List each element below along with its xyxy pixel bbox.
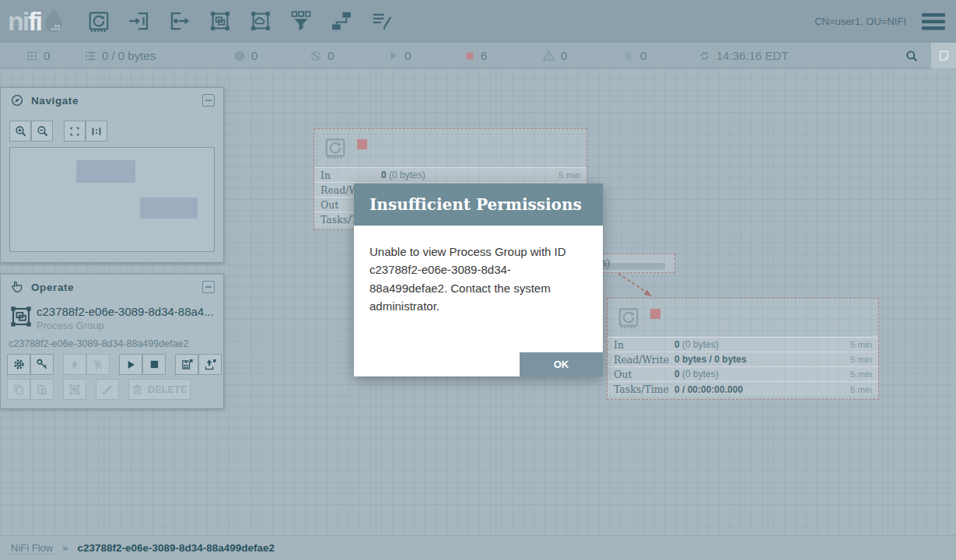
copy-icon [12, 383, 25, 396]
stopped-indicator [650, 309, 660, 319]
upload-template-button[interactable] [198, 354, 222, 375]
threads-icon [26, 50, 38, 62]
process-group-icon [9, 304, 33, 329]
hand-icon [10, 280, 24, 294]
running-icon [387, 50, 399, 61]
dialog-title: Insufficient Permissions [369, 195, 582, 214]
template-icon[interactable] [330, 9, 353, 33]
dialog-message: Unable to view Process Group with ID c23… [354, 226, 603, 315]
flow-status-bar: 0 0 / 0 bytes 0 0 0 6 0 0 14:36:16 EDT [0, 43, 956, 68]
upload-template-icon [204, 358, 217, 371]
gear-icon [12, 358, 26, 371]
trash-icon [131, 383, 143, 395]
navigate-palette: Navigate [0, 87, 224, 263]
operate-collapse-button[interactable] [202, 281, 215, 293]
stat-row-tasks: Tasks/Time 0 / 00:00:00.000 5 min [608, 382, 878, 397]
global-menu-icon[interactable] [922, 13, 945, 30]
operate-buttons-row-2: DELETE [7, 379, 191, 400]
stat-row-readwrite: Read/Write 0 bytes / 0 bytes 5 min [608, 352, 878, 367]
operate-header: Operate [1, 275, 223, 299]
processor-icon[interactable] [87, 9, 110, 33]
ok-button[interactable]: OK [520, 352, 603, 376]
zoom-actual-button[interactable] [86, 121, 107, 142]
processor-header [608, 299, 878, 337]
funnel-icon[interactable] [289, 9, 313, 33]
active-threads-stat: 0 [26, 43, 50, 68]
disabled-icon [622, 50, 635, 62]
zoom-in-button[interactable] [9, 121, 31, 142]
stat-row-in: In 0 (0 bytes) 5 min [608, 338, 878, 352]
change-color-button[interactable] [96, 379, 119, 400]
stat-row-in: In 0 (0 bytes) 5 min [314, 168, 587, 183]
breadcrumb-root-link[interactable]: NiFi Flow [11, 542, 53, 555]
transmitting-icon [233, 50, 246, 62]
input-port-icon[interactable] [128, 9, 151, 33]
access-policies-button[interactable] [30, 354, 54, 375]
unauthorized-processor-2[interactable]: In 0 (0 bytes) 5 min Read/Write 0 bytes … [607, 298, 879, 400]
save-template-icon [180, 358, 194, 371]
copy-button[interactable] [7, 379, 30, 400]
component-toolbar [87, 9, 394, 33]
refresh-icon[interactable] [699, 50, 711, 62]
remote-process-group-icon[interactable] [249, 9, 272, 33]
operate-palette: Operate c23788f2-e06e-3089-8d34-88a4... … [0, 274, 224, 409]
insufficient-permissions-dialog: Insufficient Permissions Unable to view … [354, 184, 603, 376]
refresh-stat: 14:36:16 EDT [699, 43, 789, 68]
disable-button[interactable] [86, 354, 110, 375]
stopped-indicator [357, 139, 367, 149]
configure-button[interactable] [7, 354, 30, 375]
invalid-icon [542, 49, 555, 62]
delete-button[interactable]: DELETE [128, 379, 191, 400]
brush-icon [101, 383, 114, 396]
invalid-stat: 0 [542, 43, 567, 68]
one-to-one-icon [90, 125, 103, 138]
minimap-component-2 [140, 198, 198, 219]
selected-component-name: c23788f2-e06e-3089-8d34-88a4... [37, 305, 217, 318]
zoom-in-icon [14, 124, 27, 138]
bolt-slash-icon [92, 359, 104, 371]
label-icon[interactable] [370, 9, 394, 33]
paste-button[interactable] [30, 379, 54, 400]
stop-icon [149, 359, 160, 370]
birdseye-minimap[interactable] [9, 147, 215, 252]
breadcrumb-separator: » [62, 542, 68, 554]
navigate-controls [9, 121, 107, 142]
bulletin-panel-toggle[interactable] [931, 43, 956, 68]
group-icon [68, 383, 81, 396]
bolt-icon [68, 359, 81, 371]
nifi-drop-icon [43, 8, 65, 34]
start-button[interactable] [119, 354, 142, 375]
not-transmitting-stat: 0 [310, 43, 334, 68]
enable-button[interactable] [63, 354, 86, 375]
fit-icon [68, 125, 81, 138]
play-icon [124, 359, 137, 371]
selected-component-id: c23788f2-e06e-3089-8d34-88a499defae2 [9, 338, 188, 349]
group-button[interactable] [63, 379, 86, 400]
stat-row-out: Out 0 (0 bytes) 5 min [608, 367, 878, 382]
nifi-logo: nifi [8, 5, 65, 37]
search-icon [905, 49, 919, 63]
selected-component-type: Process Group [37, 320, 104, 331]
last-refresh-time: 14:36:16 EDT [716, 49, 789, 62]
operate-buttons-row-1 [7, 354, 222, 375]
zoom-out-icon [36, 124, 49, 138]
processor-ghost-icon [617, 306, 640, 329]
transmitting-stat: 0 [233, 43, 257, 68]
navigate-collapse-button[interactable] [202, 94, 215, 107]
breadcrumb-current[interactable]: c23788f2-e06e-3089-8d34-88a499defae2 [77, 542, 275, 554]
compass-icon [10, 93, 24, 107]
current-user: CN=user1, OU=NIFI [814, 16, 906, 27]
zoom-fit-button[interactable] [64, 121, 86, 142]
disabled-stat: 0 [622, 43, 646, 68]
zoom-out-button[interactable] [31, 121, 53, 142]
stopped-icon [464, 51, 475, 61]
app-header: nifi CN=user1, OU=NIFI [0, 0, 956, 43]
breadcrumb: NiFi Flow » c23788f2-e06e-3089-8d34-88a4… [0, 535, 956, 560]
output-port-icon[interactable] [168, 9, 191, 33]
page-icon [937, 49, 951, 62]
create-template-button[interactable] [175, 354, 198, 375]
search-button[interactable] [898, 43, 925, 68]
process-group-icon[interactable] [208, 9, 232, 33]
key-icon [36, 358, 49, 371]
stop-button[interactable] [142, 354, 166, 375]
